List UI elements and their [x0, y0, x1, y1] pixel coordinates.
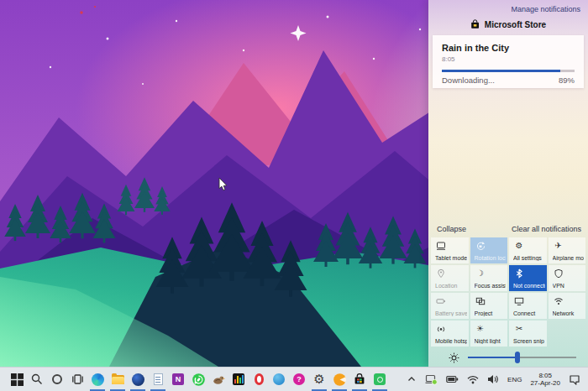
notification-timestamp: 8:05 — [442, 55, 575, 63]
taskbar-app-question[interactable]: ? — [289, 368, 309, 391]
scissors-icon: ✂ — [514, 324, 524, 334]
quick-action-connect[interactable]: Connect — [509, 293, 547, 319]
blue-sphere-app-icon — [273, 373, 285, 385]
taskbar-app-purple-note[interactable]: N — [168, 368, 188, 391]
tray-time: 8:05 — [530, 372, 560, 379]
quick-action-label: Night light — [475, 338, 507, 344]
manage-notifications-link[interactable]: Manage notifications — [511, 5, 580, 13]
quick-action-label: Connect — [513, 310, 545, 316]
taskbar-app-file-explorer[interactable] — [108, 368, 128, 391]
quick-action-focus-assist[interactable]: ☽ Focus assist — [470, 265, 508, 291]
opera-browser-icon — [255, 373, 264, 385]
quick-action-label: Screen snip — [513, 338, 545, 344]
speaker-icon — [487, 374, 499, 384]
tray-show-hidden-icons[interactable] — [403, 368, 420, 391]
quick-action-night-light[interactable]: ☀ Night light — [470, 321, 508, 347]
quick-action-airplane-mode[interactable]: ✈ Airplane mode — [549, 237, 586, 263]
download-status-label: Downloading... — [442, 76, 495, 85]
night-light-sun-icon: ☀ — [475, 324, 486, 334]
action-center-button[interactable] — [565, 368, 584, 391]
task-view-button[interactable] — [67, 368, 87, 391]
green-recorder-app-icon — [374, 373, 386, 385]
cortana-button[interactable] — [47, 368, 67, 391]
quick-action-label: Battery saver — [435, 310, 467, 316]
quick-action-label: VPN — [553, 283, 585, 289]
quick-action-label: Not connected — [513, 283, 545, 289]
clear-all-notifications-link[interactable]: Clear all notifications — [512, 225, 581, 233]
microsoft-store-bag-icon — [470, 19, 480, 29]
quick-action-vpn[interactable]: VPN — [549, 265, 586, 291]
pc-status-icon — [425, 374, 438, 385]
quick-action-rotation-lock[interactable]: Rotation lock — [470, 237, 508, 263]
start-button[interactable] — [7, 368, 27, 391]
quick-action-location[interactable]: Location — [431, 265, 469, 291]
search-button[interactable] — [27, 368, 47, 391]
language-label: ENG — [507, 376, 522, 383]
brightness-sun-icon[interactable] — [449, 352, 459, 363]
notification-group-header[interactable]: Microsoft Store — [428, 19, 588, 29]
quick-action-screen-snip[interactable]: ✂ Screen snip — [509, 321, 547, 347]
taskbar-app-orange[interactable] — [329, 368, 349, 391]
quick-action-label: Airplane mode — [553, 255, 585, 261]
quick-action-tablet-mode[interactable]: Tablet mode — [431, 237, 469, 263]
quick-action-label: Rotation lock — [475, 255, 507, 261]
desktop-screen: Manage notifications Microsoft Store Rai… — [0, 0, 588, 391]
airplane-icon: ✈ — [554, 241, 564, 251]
battery-icon — [446, 375, 459, 383]
quick-action-label: Network — [553, 310, 585, 316]
brightness-slider-fill — [468, 357, 517, 359]
microsoft-store-bag-icon — [354, 373, 365, 385]
notification-title: Rain in the City — [442, 43, 575, 53]
taskbar-app-blue-sphere[interactable] — [269, 368, 289, 391]
collapse-link[interactable]: Collapse — [437, 225, 466, 233]
tray-language[interactable]: ENG — [504, 368, 525, 391]
quick-action-bluetooth[interactable]: Not connected — [509, 265, 547, 291]
settings-gear-icon: ⚙ — [313, 373, 324, 386]
blue-circle-app-icon — [132, 373, 144, 386]
edge-browser-icon — [92, 373, 104, 386]
quick-action-all-settings[interactable]: ⚙ All settings — [509, 237, 547, 263]
download-progress-fill — [442, 70, 560, 72]
taskbar-app-equalizer[interactable] — [228, 368, 249, 391]
wifi-icon — [554, 296, 564, 306]
brightness-slider-track[interactable] — [468, 357, 576, 359]
whatsapp-icon — [192, 373, 205, 386]
quick-action-project[interactable]: Project — [470, 293, 508, 319]
rotation-lock-icon — [475, 241, 486, 251]
equalizer-app-icon — [233, 373, 244, 385]
battery-icon — [436, 296, 446, 306]
taskbar-app-settings[interactable]: ⚙ — [309, 368, 329, 391]
taskbar-app-green-recorder[interactable] — [370, 368, 390, 391]
tray-pc-status[interactable] — [422, 368, 441, 391]
tray-volume[interactable] — [484, 368, 502, 391]
taskbar-app-whatsapp[interactable] — [188, 368, 208, 391]
windows-logo-icon — [11, 373, 24, 386]
quick-action-battery-saver[interactable]: Battery saver — [431, 293, 469, 319]
action-center-panel: Manage notifications Microsoft Store Rai… — [428, 0, 588, 367]
taskbar-app-blue-circle[interactable] — [128, 368, 148, 391]
taskbar-app-opera[interactable] — [249, 368, 269, 391]
tray-network[interactable] — [464, 368, 482, 391]
bluetooth-icon — [514, 268, 524, 279]
quick-action-label: Tablet mode — [435, 255, 467, 261]
quick-action-mobile-hotspot[interactable]: Mobile hotspot — [431, 321, 469, 347]
notification-card[interactable]: Rain in the City 8:05 Downloading... 89% — [433, 35, 584, 88]
mouse-cursor — [218, 177, 228, 192]
tray-battery[interactable] — [443, 368, 462, 391]
taskbar-app-bird[interactable] — [208, 368, 228, 391]
download-percent-label: 89% — [559, 76, 575, 85]
settings-gear-icon: ⚙ — [514, 241, 524, 251]
question-mark-app-icon: ? — [293, 373, 305, 385]
quick-action-network[interactable]: Network — [549, 293, 586, 319]
taskbar-apps: N — [0, 368, 390, 391]
tray-clock[interactable]: 8:05 27-Apr-20 — [527, 368, 564, 391]
quick-action-label: Mobile hotspot — [435, 338, 467, 344]
tablet-mode-icon — [436, 241, 446, 251]
taskbar-app-document[interactable] — [148, 368, 168, 391]
brightness-slider-handle[interactable] — [515, 352, 520, 363]
taskbar-app-microsoft-store[interactable] — [349, 368, 370, 391]
orange-app-icon — [333, 373, 346, 386]
cortana-ring-icon — [52, 374, 62, 384]
location-pin-icon — [436, 268, 446, 279]
taskbar-app-edge[interactable] — [87, 368, 108, 391]
